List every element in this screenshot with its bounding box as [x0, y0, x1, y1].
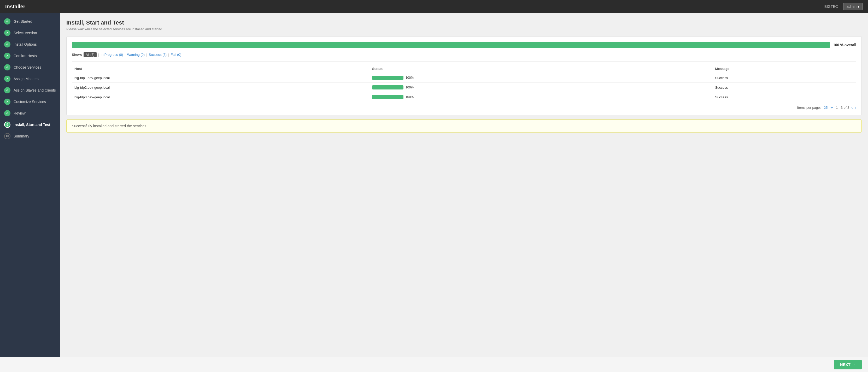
message-cell-1: Success: [712, 83, 856, 92]
page-subtitle: Please wait while the selected services …: [66, 27, 862, 31]
sidebar: ✓Get Started✓Select Version✓Install Opti…: [0, 13, 60, 357]
table-row: big-tdp1.dev-geep.local100%Success: [72, 73, 856, 83]
filter-link-3[interactable]: Success (3): [149, 53, 167, 57]
pagination-row: Items per page: 25 50 100 1 - 3 of 3 ‹ ›: [72, 105, 856, 110]
status-cell-1: 100%: [370, 83, 712, 92]
pagination-range: 1 - 3 of 3: [836, 106, 849, 109]
sidebar-item-label-choose-services: Choose Services: [13, 65, 41, 69]
filter-link-4[interactable]: Fail (0): [171, 53, 181, 57]
sidebar-item-label-assign-masters: Assign Masters: [13, 77, 39, 81]
overall-progress-label: 100 % overall: [833, 43, 856, 47]
sidebar-item-label-get-started: Get Started: [13, 19, 32, 24]
sidebar-item-label-confirm-hosts: Confirm Hosts: [13, 54, 37, 58]
filter-row: Show: All (3)|In Progress (0)|Warning (0…: [72, 52, 856, 57]
user-menu-button[interactable]: admin ▾: [843, 3, 863, 10]
host-table: Host Status Message big-tdp1.dev-geep.lo…: [72, 65, 856, 102]
overall-progress-row: 100 % overall: [72, 42, 856, 48]
sidebar-item-confirm-hosts[interactable]: ✓Confirm Hosts: [0, 50, 60, 62]
filter-sep-3: |: [146, 53, 147, 57]
filter-link-1[interactable]: In Progress (0): [100, 53, 123, 57]
step-badge-assign-masters: ✓: [4, 76, 10, 82]
step-badge-confirm-hosts: ✓: [4, 53, 10, 59]
step-badge-install-start-test: 9: [4, 122, 10, 128]
next-button[interactable]: NEXT →: [834, 360, 862, 369]
status-cell-0: 100%: [370, 73, 712, 83]
sidebar-item-summary[interactable]: 10Summary: [0, 130, 60, 142]
success-banner: Successfully installed and started the s…: [66, 120, 862, 133]
step-badge-select-version: ✓: [4, 30, 10, 36]
step-badge-get-started: ✓: [4, 18, 10, 25]
step-badge-review: ✓: [4, 110, 10, 116]
filter-sep-4: |: [168, 53, 169, 57]
step-badge-summary: 10: [4, 133, 10, 139]
filter-link-2[interactable]: Warning (0): [127, 53, 145, 57]
host-table-wrapper: Host Status Message big-tdp1.dev-geep.lo…: [72, 65, 856, 102]
sidebar-item-review[interactable]: ✓Review: [0, 107, 60, 119]
content-area: Install, Start and Test Please wait whil…: [60, 13, 868, 357]
sidebar-item-choose-services[interactable]: ✓Choose Services: [0, 62, 60, 73]
company-name: BIGTEC: [825, 4, 838, 9]
sidebar-item-label-summary: Summary: [13, 134, 29, 138]
sidebar-item-assign-slaves[interactable]: ✓Assign Slaves and Clients: [0, 84, 60, 96]
sidebar-item-label-install-options: Install Options: [13, 42, 37, 46]
sidebar-item-label-select-version: Select Version: [13, 31, 37, 35]
main-card: 100 % overall Show: All (3)|In Progress …: [66, 36, 862, 115]
step-badge-install-options: ✓: [4, 41, 10, 47]
step-badge-assign-slaves: ✓: [4, 87, 10, 93]
main-layout: ✓Get Started✓Select Version✓Install Opti…: [0, 13, 868, 357]
sidebar-item-install-start-test[interactable]: 9Install, Start and Test: [0, 119, 60, 130]
host-cell-1: big-tdp2.dev-geep.local: [72, 83, 370, 92]
message-cell-0: Success: [712, 73, 856, 83]
sidebar-item-get-started[interactable]: ✓Get Started: [0, 15, 60, 27]
sidebar-item-label-install-start-test: Install, Start and Test: [13, 123, 51, 127]
host-cell-0: big-tdp1.dev-geep.local: [72, 73, 370, 83]
sidebar-item-customize-services[interactable]: ✓Customize Services: [0, 96, 60, 107]
overall-progress-bar-container: [72, 42, 830, 48]
overall-progress-bar-fill: [72, 42, 830, 48]
step-badge-customize-services: ✓: [4, 99, 10, 105]
host-cell-2: big-tdp3.dev-geep.local: [72, 92, 370, 102]
status-cell-2: 100%: [370, 92, 712, 102]
sidebar-item-install-options[interactable]: ✓Install Options: [0, 39, 60, 50]
success-message: Successfully installed and started the s…: [72, 124, 147, 128]
table-row: big-tdp2.dev-geep.local100%Success: [72, 83, 856, 92]
filter-link-0[interactable]: All (3): [84, 52, 97, 57]
topbar-right: BIGTEC admin ▾: [825, 3, 863, 10]
sidebar-item-select-version[interactable]: ✓Select Version: [0, 27, 60, 39]
sidebar-item-label-assign-slaves: Assign Slaves and Clients: [13, 88, 56, 92]
filter-sep-2: |: [125, 53, 125, 57]
filter-sep-1: |: [98, 53, 99, 57]
page-title: Install, Start and Test: [66, 19, 862, 26]
filter-show-label: Show:: [72, 53, 82, 57]
app-title: Installer: [5, 4, 25, 10]
col-message: Message: [712, 65, 856, 73]
items-per-page-select[interactable]: 25 50 100: [823, 105, 834, 110]
table-row: big-tdp3.dev-geep.local100%Success: [72, 92, 856, 102]
step-badge-choose-services: ✓: [4, 64, 10, 70]
message-cell-2: Success: [712, 92, 856, 102]
sidebar-item-label-review: Review: [13, 111, 26, 115]
sidebar-item-label-customize-services: Customize Services: [13, 100, 46, 104]
pagination-next[interactable]: ›: [855, 105, 856, 110]
sidebar-item-assign-masters[interactable]: ✓Assign Masters: [0, 73, 60, 84]
topbar: Installer BIGTEC admin ▾: [0, 0, 868, 13]
items-per-page-label: Items per page:: [797, 106, 821, 109]
col-host: Host: [72, 65, 370, 73]
col-status: Status: [370, 65, 712, 73]
pagination-prev[interactable]: ‹: [851, 105, 852, 110]
bottom-bar: NEXT →: [0, 357, 868, 372]
